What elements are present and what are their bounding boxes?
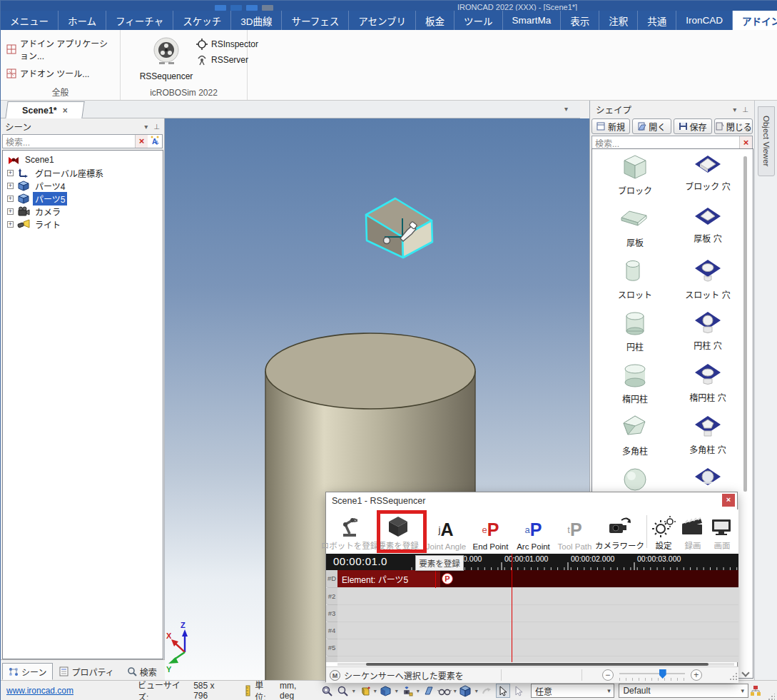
menu-tab-15[interactable]: アドイン [733,11,777,30]
catalog-item-6[interactable]: スロット 穴 [672,258,743,300]
search-filter-icon[interactable]: A [148,135,162,148]
timeline-header[interactable]: 00:00:01.0 00:00:00.00000:00:01.00000:00… [326,554,738,570]
document-tab-close-icon[interactable]: × [63,106,68,116]
assembly-structure-icon[interactable] [749,684,763,698]
render-blue-box-icon[interactable] [379,684,393,698]
seq-toolbar-button-5[interactable]: aPArc Point [512,509,554,554]
catalog-item-1[interactable]: ブロック [599,153,671,196]
ironcad-link[interactable]: www.ironcad.com [6,686,73,696]
dialog-resize-grip[interactable] [728,673,737,681]
dialog-close-button[interactable]: × [722,494,735,507]
catalog-item-4[interactable]: 厚板 穴 [672,206,743,244]
seq-toolbar-button-9[interactable]: 設定 [649,509,678,554]
tree-expand-icon[interactable]: + [7,208,14,215]
tree-item-4[interactable]: +パーツ5 [3,192,163,205]
catalog-scrollbar[interactable] [743,156,747,492]
window-resize-grip[interactable] [768,694,775,700]
timeline-row-3[interactable]: #3 [326,605,738,622]
timeline-row-2[interactable]: #2 [326,588,738,605]
catalog-button-4[interactable]: 閉じる [714,118,753,134]
tree-expand-icon[interactable]: + [7,221,14,228]
ribbon-item-2[interactable]: アドオン ツール... [1,64,120,82]
view-cube-icon[interactable] [459,684,473,698]
tree-item-6[interactable]: +ライト [3,218,163,230]
dialog-titlebar[interactable]: Scene1 - RSSequencer [326,492,737,509]
menu-tab-2[interactable]: ホーム [59,11,106,30]
rsinspector-button[interactable]: RSInspector [196,39,258,50]
seq-toolbar-button-3[interactable]: jAJoint Angle [423,509,469,554]
seq-toolbar-button-7[interactable]: カメラワーク [595,509,644,554]
seq-toolbar-button-6[interactable]: tPTool Path [554,509,595,554]
cursor-alt-icon[interactable] [512,684,526,698]
tree-expand-icon[interactable]: + [7,170,14,176]
catalog-item-9[interactable]: 楕円柱 [599,362,671,405]
tree-expand-icon[interactable]: + [7,183,14,189]
ribbon-item-1[interactable]: アドイン アプリケーション... [1,34,120,64]
timeline-row-5[interactable]: #5 [326,639,738,656]
qat-icon[interactable] [262,5,273,11]
seq-toolbar-button-1[interactable]: ロボットを登録 [326,509,373,554]
document-tab-scene1[interactable]: Scene1* × [5,101,84,118]
menu-tab-6[interactable]: サーフェス [282,11,349,30]
seq-toolbar-button-11[interactable]: 画面 [708,509,736,554]
qat-icon[interactable] [215,5,226,11]
tree-item-5[interactable]: +カメラ [3,205,163,218]
menu-tab-8[interactable]: 板金 [416,11,454,30]
cursor-select-icon[interactable] [496,684,510,698]
menu-tab-12[interactable]: 注釈 [599,11,638,30]
catalog-item-7[interactable]: 円柱 [599,310,671,352]
dropdown-caret-icon[interactable]: ▾ [374,688,377,694]
render-yellow-box-icon[interactable] [357,684,372,698]
catalog-search-clear-icon[interactable]: × [739,136,752,149]
catalog-item-5[interactable]: スロット [599,258,671,300]
camera-move-icon[interactable] [400,684,415,698]
menu-tab-5[interactable]: 3D曲線 [231,11,282,30]
seq-toolbar-button-4[interactable]: ePEnd Point [469,509,512,554]
panel-dropdown-icon[interactable]: ▾ [144,123,148,131]
render-mode-combo[interactable]: 任意 ▾ [531,684,615,698]
left-tab-3[interactable]: 検索 [121,663,163,680]
tree-expand-icon[interactable]: + [7,196,14,202]
menu-tab-9[interactable]: ツール [454,11,503,30]
catalog-button-3[interactable]: 保存 [674,118,712,134]
panel-pin-icon[interactable]: ⊥ [742,106,748,113]
rsserver-button[interactable]: RSServer [196,54,248,66]
zoom-window-icon[interactable] [320,684,335,698]
catalog-item-3[interactable]: 厚板 [599,206,671,248]
panel-dropdown-icon[interactable]: ▾ [733,106,736,113]
zoom-in-button[interactable]: + [691,669,702,681]
catalog-item-8[interactable]: 円柱 穴 [672,310,743,351]
panel-pin-icon[interactable]: ⊥ [153,123,160,131]
timeline-row-6[interactable]: #6 [326,656,738,662]
menu-tab-11[interactable]: 表示 [561,11,599,30]
tree-item-2[interactable]: +グローバル座標系 [3,166,163,179]
catalog-item-10[interactable]: 楕円柱 穴 [672,362,743,403]
glasses-icon[interactable] [437,684,452,698]
redo-icon[interactable] [480,684,494,698]
viewport-dropdown-icon[interactable]: ▾ [564,105,568,113]
timeline-hscrollbar[interactable] [337,663,734,666]
catalog-scroll-more-icon[interactable] [741,670,750,676]
zoom-out-button[interactable]: − [602,669,614,681]
catalog-item-12[interactable]: 多角柱 穴 [672,414,743,455]
menu-tab-10[interactable]: SmartMa [503,11,562,30]
keyframe-marker[interactable]: P [442,573,453,584]
catalog-item-2[interactable]: ブロック 穴 [672,153,743,192]
seq-toolbar-button-10[interactable]: 録画 [678,509,708,554]
object-viewer-tab[interactable]: Object Viewer [758,106,775,176]
catalog-button-2[interactable]: 開く [632,118,671,134]
dropdown-caret-icon[interactable]: ▾ [352,688,355,694]
timeline-row-4[interactable]: #4 [326,622,738,639]
zoom-select-icon[interactable] [336,684,350,698]
rssequencer-button[interactable]: RSSequencer [138,36,195,81]
menu-tab-1[interactable]: メニュー [1,11,59,30]
tree-item-3[interactable]: +パーツ4 [3,179,163,192]
menu-tab-14[interactable]: IronCAD [676,11,733,30]
tree-item-1[interactable]: Scene1 [3,153,163,166]
menu-tab-3[interactable]: フィーチャ [106,11,173,30]
scene-search-field[interactable]: 検索... × A [2,134,163,148]
qat-icon[interactable] [230,5,242,11]
playhead-line[interactable] [512,554,512,662]
scene-search-clear-icon[interactable]: × [135,135,148,148]
menu-tab-7[interactable]: アセンブリ [349,11,416,30]
